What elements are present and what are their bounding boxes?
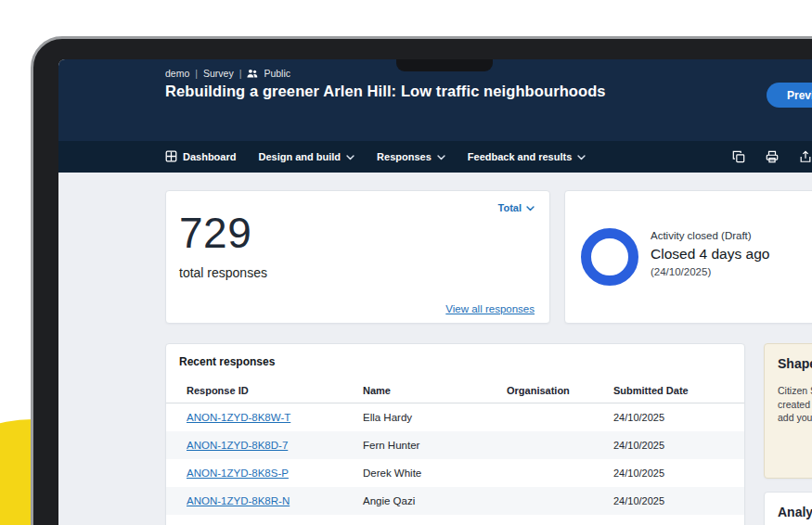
nav-action-icons <box>732 141 812 173</box>
chevron-down-icon <box>577 155 586 160</box>
chevron-down-icon <box>346 155 354 160</box>
breadcrumb-separator: | <box>195 68 198 79</box>
responses-table: Response ID Name Organisation Submitted … <box>166 378 744 515</box>
response-name: Ella Hardy <box>363 412 507 423</box>
shape-card-body-line: created <box>778 398 812 412</box>
people-icon <box>247 69 258 78</box>
preview-button[interactable]: Preview <box>767 83 812 108</box>
column-header-name: Name <box>363 385 507 396</box>
print-icon[interactable] <box>766 150 779 163</box>
analyse-card-title: Analyse <box>765 493 812 519</box>
table-row: ANON-1ZYD-8K8D-7 Fern Hunter 24/10/2025 <box>166 431 744 459</box>
nav-item-feedback-and-results[interactable]: Feedback and results <box>468 151 586 162</box>
activity-donut-chart <box>581 228 638 286</box>
laptop-bezel: demo | Survey | Public Rebuilding a gree… <box>31 36 812 525</box>
table-header-row: Response ID Name Organisation Submitted … <box>166 378 744 403</box>
response-name: Derek White <box>363 467 507 479</box>
response-date: 24/10/2025 <box>613 440 724 451</box>
nav-item-label: Dashboard <box>183 151 236 162</box>
activity-date-line: (24/10/2025) <box>651 264 769 280</box>
total-responses-count: 729 <box>179 211 251 254</box>
table-row: ANON-1ZYD-8K8R-N Angie Qazi 24/10/2025 <box>166 487 744 515</box>
nav-item-label: Design and build <box>258 151 341 162</box>
shape-card-body-line: Citizen S <box>778 384 812 398</box>
response-id-link[interactable]: ANON-1ZYD-8K8D-7 <box>187 440 288 451</box>
app-screen: demo | Survey | Public Rebuilding a gree… <box>58 59 812 525</box>
table-row: ANON-1ZYD-8K8W-T Ella Hardy 24/10/2025 <box>166 403 744 431</box>
shape-card-body-line: add you <box>778 411 812 425</box>
breadcrumb: demo | Survey | Public <box>165 68 290 79</box>
recent-responses-card: Recent responses Response ID Name Organi… <box>165 343 745 525</box>
copy-icon[interactable] <box>732 150 745 163</box>
laptop-camera-notch <box>396 59 493 71</box>
recent-responses-title: Recent responses <box>166 344 744 368</box>
breadcrumb-visibility: Public <box>264 68 290 79</box>
nav-item-label: Responses <box>377 151 432 162</box>
view-all-responses-link[interactable]: View all responses <box>445 303 535 314</box>
breadcrumb-type: Survey <box>203 68 234 79</box>
export-icon[interactable] <box>799 150 812 163</box>
column-header-submitted-date: Submitted Date <box>613 385 724 396</box>
app-header: demo | Survey | Public Rebuilding a gree… <box>58 59 812 141</box>
column-header-organisation: Organisation <box>507 385 613 396</box>
page-title: Rebuilding a greener Arlen Hill: Low tra… <box>165 83 606 100</box>
breadcrumb-project: demo <box>165 68 189 79</box>
response-name: Angie Qazi <box>363 495 507 506</box>
activity-status-card: Activity closed (Draft) Closed 4 days ag… <box>564 190 812 324</box>
response-date: 24/10/2025 <box>613 495 724 506</box>
chevron-down-icon <box>437 155 445 160</box>
analyse-promo-card[interactable]: Analyse <box>764 492 812 525</box>
response-name: Fern Hunter <box>363 440 507 451</box>
response-id-link[interactable]: ANON-1ZYD-8K8S-P <box>187 467 289 479</box>
main-nav: Dashboard Design and build Responses Fee… <box>58 141 812 173</box>
nav-item-design-and-build[interactable]: Design and build <box>258 151 354 162</box>
shape-card-body: Citizen S created add you <box>765 371 812 425</box>
nav-item-dashboard[interactable]: Dashboard <box>165 150 236 164</box>
breadcrumb-separator: | <box>239 68 242 79</box>
total-filter-label: Total <box>498 202 522 213</box>
total-responses-card: Total 729 total responses View all respo… <box>165 190 550 324</box>
column-header-response-id: Response ID <box>187 385 363 396</box>
table-row: ANON-1ZYD-8K8S-P Derek White 24/10/2025 <box>166 459 744 487</box>
response-date: 24/10/2025 <box>613 467 724 479</box>
nav-item-label: Feedback and results <box>468 151 573 162</box>
shape-card-title: Shape <box>765 344 812 371</box>
grid-icon <box>165 150 177 164</box>
activity-text: Activity closed (Draft) Closed 4 days ag… <box>651 228 769 280</box>
total-responses-label: total responses <box>179 265 267 280</box>
total-filter-dropdown[interactable]: Total <box>498 202 535 213</box>
response-id-link[interactable]: ANON-1ZYD-8K8R-N <box>187 495 290 506</box>
activity-closed-line: Closed 4 days ago <box>651 243 769 264</box>
chevron-down-icon <box>526 202 535 213</box>
response-id-link[interactable]: ANON-1ZYD-8K8W-T <box>187 412 290 423</box>
activity-status-line: Activity closed (Draft) <box>651 228 769 243</box>
nav-item-responses[interactable]: Responses <box>377 151 445 162</box>
response-date: 24/10/2025 <box>613 412 724 423</box>
shape-promo-card[interactable]: Shape Citizen S created add you <box>764 343 812 479</box>
